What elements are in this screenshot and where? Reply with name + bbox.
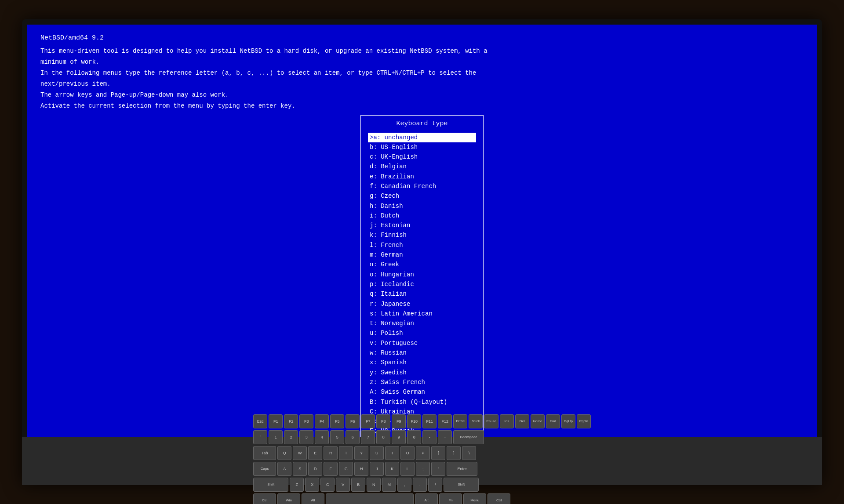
key-5[interactable]: 5	[330, 430, 344, 444]
key-t[interactable]: T	[339, 446, 353, 460]
key-f12[interactable]: F12	[438, 414, 452, 428]
menu-item-r[interactable]: r: Japanese	[368, 299, 476, 309]
key-k[interactable]: K	[385, 462, 399, 476]
key-f6[interactable]: F6	[346, 414, 360, 428]
menu-item-s[interactable]: s: Latin American	[368, 309, 476, 319]
key-i[interactable]: I	[385, 446, 399, 460]
key-esc[interactable]: Esc	[253, 414, 267, 428]
key-lalt[interactable]: Alt	[302, 493, 324, 504]
menu-item-l[interactable]: l: French	[368, 240, 476, 250]
menu-item-j[interactable]: j: Estonian	[368, 221, 476, 230]
menu-item-k[interactable]: k: Finnish	[368, 230, 476, 240]
menu-item-h[interactable]: h: Danish	[368, 201, 476, 211]
menu-item-B[interactable]: B: Turkish (Q-Layout)	[368, 397, 476, 407]
menu-item-q[interactable]: q: Italian	[368, 289, 476, 299]
menu-item-i[interactable]: i: Dutch	[368, 211, 476, 221]
key-j[interactable]: J	[370, 462, 384, 476]
key-f5[interactable]: F5	[330, 414, 344, 428]
key-slash[interactable]: /	[428, 478, 442, 492]
menu-item-b[interactable]: b: US-English	[368, 142, 476, 152]
key-end[interactable]: End	[546, 414, 560, 428]
key-p[interactable]: P	[416, 446, 430, 460]
key-b[interactable]: B	[351, 478, 365, 492]
key-d[interactable]: D	[308, 462, 322, 476]
key-lshift[interactable]: Shift	[253, 478, 288, 492]
menu-item-A[interactable]: A: Swiss German	[368, 387, 476, 397]
key-backtick[interactable]: `	[253, 430, 267, 444]
key-f11[interactable]: F11	[422, 414, 437, 428]
key-enter[interactable]: Enter	[447, 462, 477, 476]
key-backspace[interactable]: Backspace	[453, 430, 484, 444]
key-caps[interactable]: Caps	[253, 462, 276, 476]
key-period[interactable]: .	[413, 478, 427, 492]
key-0[interactable]: 0	[407, 430, 421, 444]
menu-item-u[interactable]: u: Polish	[368, 328, 476, 338]
key-f8[interactable]: F8	[376, 414, 390, 428]
key-s[interactable]: S	[293, 462, 307, 476]
key-home[interactable]: Home	[531, 414, 545, 428]
key-prtsc[interactable]: PrtSc	[453, 414, 467, 428]
key-quote[interactable]: '	[431, 462, 445, 476]
key-9[interactable]: 9	[392, 430, 406, 444]
menu-item-z[interactable]: z: Swiss French	[368, 377, 476, 387]
key-rctrl[interactable]: Ctrl	[487, 493, 510, 504]
key-n[interactable]: N	[367, 478, 381, 492]
menu-item-d[interactable]: d: Belgian	[368, 162, 476, 171]
key-f10[interactable]: F10	[407, 414, 421, 428]
key-v[interactable]: V	[336, 478, 350, 492]
key-c[interactable]: C	[320, 478, 335, 492]
key-f1[interactable]: F1	[269, 414, 283, 428]
key-rshift[interactable]: Shift	[444, 478, 479, 492]
menu-item-n[interactable]: n: Greek	[368, 260, 476, 269]
key-f[interactable]: F	[324, 462, 338, 476]
key-f4[interactable]: F4	[315, 414, 329, 428]
key-g[interactable]: G	[339, 462, 353, 476]
key-del[interactable]: Del	[515, 414, 529, 428]
key-4[interactable]: 4	[315, 430, 329, 444]
key-1[interactable]: 1	[269, 430, 283, 444]
key-lbracket[interactable]: [	[431, 446, 445, 460]
key-r[interactable]: R	[324, 446, 338, 460]
key-space[interactable]	[326, 493, 414, 504]
key-comma[interactable]: ,	[397, 478, 411, 492]
menu-item-t[interactable]: t: Norwegian	[368, 319, 476, 328]
key-lctrl[interactable]: Ctrl	[253, 493, 276, 504]
key-f7[interactable]: F7	[361, 414, 375, 428]
menu-item-o[interactable]: o: Hungarian	[368, 270, 476, 279]
key-equals[interactable]: =	[438, 430, 452, 444]
key-h[interactable]: H	[354, 462, 368, 476]
key-l[interactable]: L	[400, 462, 415, 476]
menu-item-p[interactable]: p: Icelandic	[368, 279, 476, 289]
key-2[interactable]: 2	[284, 430, 298, 444]
menu-item-w[interactable]: w: Russian	[368, 348, 476, 358]
key-x[interactable]: X	[305, 478, 319, 492]
key-pgup[interactable]: PgUp	[561, 414, 575, 428]
key-ralt[interactable]: Alt	[415, 493, 438, 504]
menu-item-v[interactable]: v: Portuguese	[368, 338, 476, 348]
menu-item-m[interactable]: m: German	[368, 250, 476, 260]
key-e[interactable]: E	[308, 446, 322, 460]
menu-item-a[interactable]: >a: unchanged	[368, 133, 476, 142]
menu-item-e[interactable]: e: Brazilian	[368, 172, 476, 181]
key-backslash[interactable]: \	[462, 446, 476, 460]
key-menu[interactable]: Menu	[463, 493, 486, 504]
menu-item-y[interactable]: y: Swedish	[368, 368, 476, 377]
key-f3[interactable]: F3	[299, 414, 313, 428]
key-u[interactable]: U	[370, 446, 384, 460]
key-pause[interactable]: Pause	[484, 414, 498, 428]
key-q[interactable]: Q	[277, 446, 291, 460]
key-fn[interactable]: Fn	[439, 493, 462, 504]
key-m[interactable]: M	[382, 478, 396, 492]
key-semicolon[interactable]: ;	[416, 462, 430, 476]
key-tab[interactable]: Tab	[253, 446, 276, 460]
key-rbracket[interactable]: ]	[447, 446, 461, 460]
key-a[interactable]: A	[277, 462, 291, 476]
key-y[interactable]: Y	[354, 446, 368, 460]
key-minus[interactable]: -	[422, 430, 437, 444]
key-3[interactable]: 3	[299, 430, 313, 444]
menu-item-x[interactable]: x: Spanish	[368, 358, 476, 367]
menu-item-f[interactable]: f: Canadian French	[368, 181, 476, 191]
key-f9[interactable]: F9	[392, 414, 406, 428]
key-scroll[interactable]: Scroll	[469, 414, 483, 428]
menu-items-list[interactable]: >a: unchanged b: US-English c: UK-Englis…	[368, 133, 476, 436]
